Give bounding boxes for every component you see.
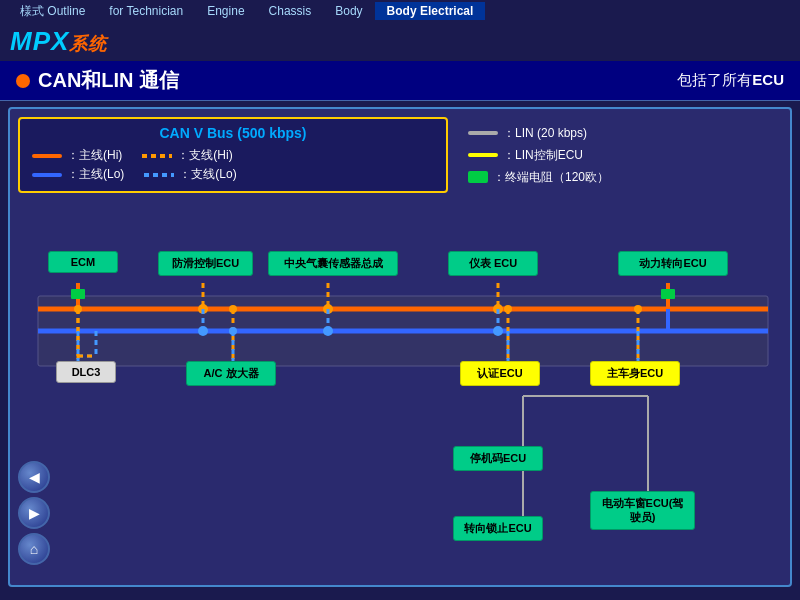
legend-terminator-label: ：终端电阻（120欧） <box>493 169 609 186</box>
svg-point-16 <box>493 326 503 336</box>
solid-blue-line <box>32 173 62 177</box>
legend-main-lo-label: ：主线(Lo) <box>67 166 124 183</box>
ecm-label: ECM <box>71 256 95 268</box>
svg-point-6 <box>198 304 208 314</box>
nav-body[interactable]: Body <box>323 2 374 20</box>
ac-amplifier-box: A/C 放大器 <box>186 361 276 386</box>
title-bar: CAN和LIN 通信 包括了所有ECU <box>0 61 800 101</box>
nav-chassis[interactable]: Chassis <box>257 2 324 20</box>
svg-point-14 <box>493 304 503 314</box>
legend-main-lo: ：主线(Lo) <box>32 166 124 183</box>
svg-rect-4 <box>71 289 85 299</box>
ac-amplifier-label: A/C 放大器 <box>204 367 259 379</box>
legend-lin-control: ：LIN控制ECU <box>468 147 609 164</box>
network-diagram: ECM 防滑控制ECU 中央气囊传感器总成 仪表 ECU 动力转向ECU DLC… <box>18 201 782 561</box>
power-steering-ecu-box: 动力转向ECU <box>618 251 728 276</box>
svg-point-33 <box>504 305 512 313</box>
airbag-sensor-label: 中央气囊传感器总成 <box>284 257 383 269</box>
legend-branch-lo: ：支线(Lo) <box>144 166 236 183</box>
legend-terminator: ：终端电阻（120欧） <box>468 169 609 186</box>
legend-row-1: ：主线(Hi) ：支线(Hi) <box>32 147 434 164</box>
dashed-orange-line <box>142 154 172 158</box>
legend-can-title: CAN V Bus (500 kbps) <box>32 125 434 141</box>
svg-point-36 <box>634 305 642 313</box>
window-ecu-box: 电动车窗ECU(驾驶员) <box>590 491 695 530</box>
main-diagram-area: CAN V Bus (500 kbps) ：主线(Hi) ：支线(Hi) ：主线… <box>8 107 792 587</box>
gray-line <box>468 131 498 135</box>
yellow-line <box>468 153 498 157</box>
sliding-control-ecu-box: 防滑控制ECU <box>158 251 253 276</box>
shutdown-ecu-box: 停机码ECU <box>453 446 543 471</box>
title-dot <box>16 74 30 88</box>
top-navigation: 様式 Outline for Technician Engine Chassis… <box>0 0 800 22</box>
legend-branch-hi-label: ：支线(Hi) <box>177 147 232 164</box>
svg-rect-18 <box>661 289 675 299</box>
home-button[interactable]: ⌂ <box>18 533 50 565</box>
steering-lock-label: 转向锁止ECU <box>464 522 531 534</box>
svg-point-25 <box>74 305 82 313</box>
legend-can: CAN V Bus (500 kbps) ：主线(Hi) ：支线(Hi) ：主线… <box>18 117 448 193</box>
subtitle: 包括了所有ECU <box>677 71 784 90</box>
legend-lin-speed: ：LIN (20 kbps) <box>468 125 609 142</box>
legend-lin-speed-label: ：LIN (20 kbps) <box>503 125 587 142</box>
legend-row-2: ：主线(Lo) ：支线(Lo) <box>32 166 434 183</box>
page-title: CAN和LIN 通信 <box>16 67 179 94</box>
body-ecu-label: 主车身ECU <box>607 367 663 379</box>
ecm-box: ECM <box>48 251 118 273</box>
header: MPX系统 <box>0 22 800 61</box>
steering-lock-ecu-box: 转向锁止ECU <box>453 516 543 541</box>
power-steering-label: 动力转向ECU <box>639 257 706 269</box>
auth-ecu-box: 认证ECU <box>460 361 540 386</box>
body-ecu-box: 主车身ECU <box>590 361 680 386</box>
nav-outline[interactable]: 様式 Outline <box>8 1 97 22</box>
meter-ecu-box: 仪表 ECU <box>448 251 538 276</box>
nav-body-electrical[interactable]: Body Electrical <box>375 2 486 20</box>
dlc3-box: DLC3 <box>56 361 116 383</box>
svg-point-29 <box>229 305 237 313</box>
nav-engine[interactable]: Engine <box>195 2 256 20</box>
legend-lin: ：LIN (20 kbps) ：LIN控制ECU ：终端电阻（120欧） <box>448 117 629 193</box>
svg-point-12 <box>323 326 333 336</box>
side-navigation: ◀ ▶ ⌂ <box>18 461 50 565</box>
dashed-blue-line <box>144 173 174 177</box>
svg-point-31 <box>229 327 237 335</box>
legend-branch-lo-label: ：支线(Lo) <box>179 166 236 183</box>
legend-main-hi-label: ：主线(Hi) <box>67 147 122 164</box>
nav-technician[interactable]: for Technician <box>97 2 195 20</box>
title-text: CAN和LIN 通信 <box>38 67 179 94</box>
svg-point-10 <box>323 304 333 314</box>
legend-branch-hi: ：支线(Hi) <box>142 147 232 164</box>
legend: CAN V Bus (500 kbps) ：主线(Hi) ：支线(Hi) ：主线… <box>18 117 782 193</box>
dlc3-label: DLC3 <box>72 366 101 378</box>
svg-point-8 <box>198 326 208 336</box>
legend-main-hi: ：主线(Hi) <box>32 147 122 164</box>
auth-ecu-label: 认证ECU <box>477 367 522 379</box>
forward-button[interactable]: ▶ <box>18 497 50 529</box>
logo: MPX系统 <box>10 26 107 57</box>
back-button[interactable]: ◀ <box>18 461 50 493</box>
sliding-control-label: 防滑控制ECU <box>172 257 239 269</box>
solid-orange-line <box>32 154 62 158</box>
shutdown-ecu-label: 停机码ECU <box>470 452 526 464</box>
window-ecu-label: 电动车窗ECU(驾驶员) <box>602 497 684 523</box>
airbag-sensor-box: 中央气囊传感器总成 <box>268 251 398 276</box>
legend-lin-control-label: ：LIN控制ECU <box>503 147 583 164</box>
green-rect <box>468 171 488 183</box>
svg-rect-0 <box>38 296 768 366</box>
meter-ecu-label: 仪表 ECU <box>469 257 517 269</box>
